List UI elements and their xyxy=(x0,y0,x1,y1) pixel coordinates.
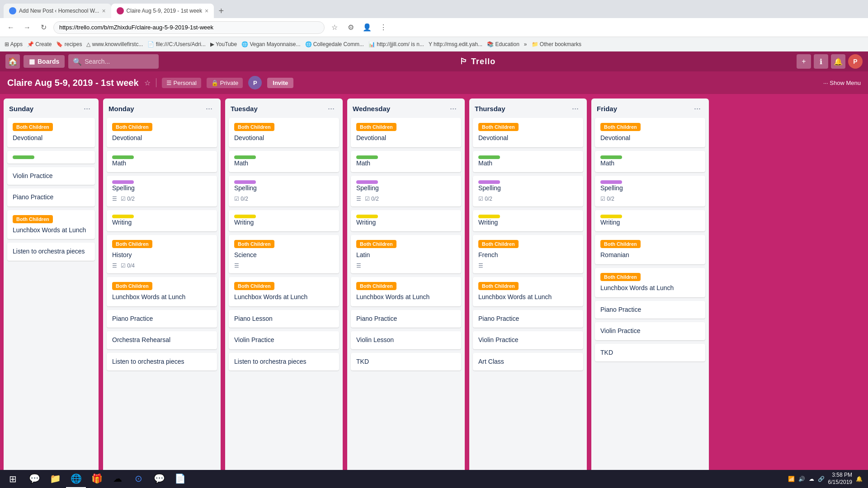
card-f7[interactable]: Piano Practice xyxy=(595,301,705,319)
taskbar-app-word[interactable]: 📄 xyxy=(170,470,190,488)
bookmark-star[interactable]: ☆ xyxy=(328,21,341,34)
card-m6[interactable]: Both ChildrenLunchbox Words at Lunch xyxy=(107,277,217,306)
taskbar-app-cortana[interactable]: 💬 xyxy=(24,470,44,488)
card-f4[interactable]: Writing xyxy=(595,210,705,232)
card-w6[interactable]: Both ChildrenLunchbox Words at Lunch xyxy=(351,277,461,306)
card-s1[interactable]: Both ChildrenDevotional xyxy=(7,118,95,147)
tab-close-1[interactable]: × xyxy=(102,7,105,14)
card-th1[interactable]: Both ChildrenDevotional xyxy=(473,118,583,147)
card-w2[interactable]: Math xyxy=(351,151,461,173)
home-button[interactable]: 🏠 xyxy=(5,54,20,69)
card-t9[interactable]: Listen to orchestra pieces xyxy=(229,353,339,371)
taskbar-app-explorer[interactable]: 📁 xyxy=(45,470,65,488)
column-menu-wednesday[interactable]: ··· xyxy=(447,103,459,114)
card-s6[interactable]: Listen to orchestra pieces xyxy=(7,243,95,261)
card-m9[interactable]: Listen to orchestra pieces xyxy=(107,353,217,371)
card-t5[interactable]: Both ChildrenScience☰ xyxy=(229,235,339,273)
extensions-button[interactable]: ⚙ xyxy=(344,21,357,34)
column-menu-sunday[interactable]: ··· xyxy=(81,103,93,114)
search-input[interactable] xyxy=(85,58,154,65)
show-menu-button[interactable]: ··· Show Menu xyxy=(823,80,861,86)
column-menu-tuesday[interactable]: ··· xyxy=(325,103,337,114)
bookmark-apps[interactable]: ⊞ Apps xyxy=(5,41,23,47)
card-w1[interactable]: Both ChildrenDevotional xyxy=(351,118,461,147)
card-m8[interactable]: Orchestra Rehearsal xyxy=(107,331,217,349)
taskbar-app-chrome[interactable]: ⊙ xyxy=(128,470,148,488)
column-menu-thursday[interactable]: ··· xyxy=(569,103,581,114)
card-th5[interactable]: Both ChildrenFrench☰ xyxy=(473,235,583,273)
card-m1[interactable]: Both ChildrenDevotional xyxy=(107,118,217,147)
card-m7[interactable]: Piano Practice xyxy=(107,310,217,328)
privacy-button[interactable]: 🔒 Private xyxy=(207,78,243,88)
bookmark-jjill[interactable]: 📊 http://jjill.com/ is n... xyxy=(368,41,424,47)
bookmark-knowville[interactable]: △ www.knowvillefirstc... xyxy=(86,41,143,47)
notification-icon[interactable]: 🔔 xyxy=(856,476,863,482)
card-m5[interactable]: Both ChildrenHistory☰☑ 0/4 xyxy=(107,235,217,273)
bookmark-youtube[interactable]: ▶ YouTube xyxy=(210,41,237,47)
card-m4[interactable]: Writing xyxy=(107,210,217,232)
address-input[interactable] xyxy=(53,21,325,34)
column-menu-monday[interactable]: ··· xyxy=(203,103,215,114)
card-t7[interactable]: Piano Lesson xyxy=(229,310,339,328)
back-button[interactable]: ← xyxy=(5,21,17,34)
refresh-button[interactable]: ↻ xyxy=(37,21,50,34)
card-th2[interactable]: Math xyxy=(473,151,583,173)
card-t6[interactable]: Both ChildrenLunchbox Words at Lunch xyxy=(229,277,339,306)
card-w5[interactable]: Both ChildrenLatin☰ xyxy=(351,235,461,273)
tab-close-2[interactable]: × xyxy=(205,7,208,14)
notifications-button[interactable]: 🔔 xyxy=(831,54,845,69)
boards-button[interactable]: ▦ Boards xyxy=(24,55,65,68)
create-button[interactable]: + xyxy=(797,54,811,69)
invite-button[interactable]: Invite xyxy=(267,78,293,88)
card-w4[interactable]: Writing xyxy=(351,210,461,232)
card-w7[interactable]: Piano Practice xyxy=(351,310,461,328)
bookmark-more[interactable]: » xyxy=(524,41,527,47)
card-th9[interactable]: Art Class xyxy=(473,353,583,371)
tab-inactive[interactable]: Add New Post ‹ Homeschool W... × xyxy=(4,4,111,18)
forward-button[interactable]: → xyxy=(21,21,33,34)
bookmark-recipes[interactable]: 🔖 recipes xyxy=(56,41,82,47)
bookmark-collegedale[interactable]: 🌐 Collegedale Comm... xyxy=(305,41,364,47)
card-m3[interactable]: Spelling☰☑ 0/2 xyxy=(107,176,217,206)
search-bar[interactable]: 🔍 xyxy=(68,54,159,69)
card-t4[interactable]: Writing xyxy=(229,210,339,232)
card-t8[interactable]: Violin Practice xyxy=(229,331,339,349)
tab-active[interactable]: Claire Aug 5-9, 2019 - 1st week × xyxy=(111,4,214,18)
card-f3[interactable]: Spelling☑ 0/2 xyxy=(595,176,705,206)
card-w8[interactable]: Violin Lesson xyxy=(351,331,461,349)
user-avatar[interactable]: P xyxy=(848,54,863,69)
card-th7[interactable]: Piano Practice xyxy=(473,310,583,328)
card-s4[interactable]: Piano Practice xyxy=(7,188,95,206)
new-tab-button[interactable]: + xyxy=(214,4,228,18)
card-f8[interactable]: Violin Practice xyxy=(595,322,705,340)
user-account-button[interactable]: 👤 xyxy=(361,21,373,34)
bookmark-education[interactable]: 📚 Education xyxy=(487,41,519,47)
chrome-menu-button[interactable]: ⋮ xyxy=(377,21,390,34)
card-f6[interactable]: Both ChildrenLunchbox Words at Lunch xyxy=(595,268,705,297)
card-t2[interactable]: Math xyxy=(229,151,339,173)
card-w9[interactable]: TKD xyxy=(351,353,461,371)
card-m2[interactable]: Math xyxy=(107,151,217,173)
start-button[interactable]: ⊞ xyxy=(2,470,24,488)
taskbar-app-skype[interactable]: 💬 xyxy=(149,470,169,488)
taskbar-app-dropbox[interactable]: ☁ xyxy=(108,470,127,488)
card-f5[interactable]: Both ChildrenRomanian xyxy=(595,235,705,264)
card-f1[interactable]: Both ChildrenDevotional xyxy=(595,118,705,147)
board-star-button[interactable]: ☆ xyxy=(144,79,151,87)
bookmark-file[interactable]: 📄 file:///C:/Users/Adri... xyxy=(147,41,205,47)
taskbar-app-edge[interactable]: 🌐 xyxy=(66,470,86,488)
column-menu-friday[interactable]: ··· xyxy=(691,103,703,114)
taskbar-app-store[interactable]: 🎁 xyxy=(87,470,107,488)
card-th4[interactable]: Writing xyxy=(473,210,583,232)
card-th6[interactable]: Both ChildrenLunchbox Words at Lunch xyxy=(473,277,583,306)
card-t3[interactable]: Spelling☑ 0/2 xyxy=(229,176,339,206)
bookmark-create[interactable]: 📌 Create xyxy=(27,41,52,47)
bookmark-msg[interactable]: Y http://msg.edit.yah... xyxy=(429,41,482,47)
visibility-button[interactable]: ☰ Personal xyxy=(162,78,201,88)
card-t1[interactable]: Both ChildrenDevotional xyxy=(229,118,339,147)
board-member-avatar[interactable]: P xyxy=(248,76,262,89)
card-s5[interactable]: Both ChildrenLunchbox Words at Lunch xyxy=(7,210,95,239)
card-th3[interactable]: Spelling☑ 0/2 xyxy=(473,176,583,206)
card-w3[interactable]: Spelling☰☑ 0/2 xyxy=(351,176,461,206)
card-s3[interactable]: Violin Practice xyxy=(7,167,95,185)
